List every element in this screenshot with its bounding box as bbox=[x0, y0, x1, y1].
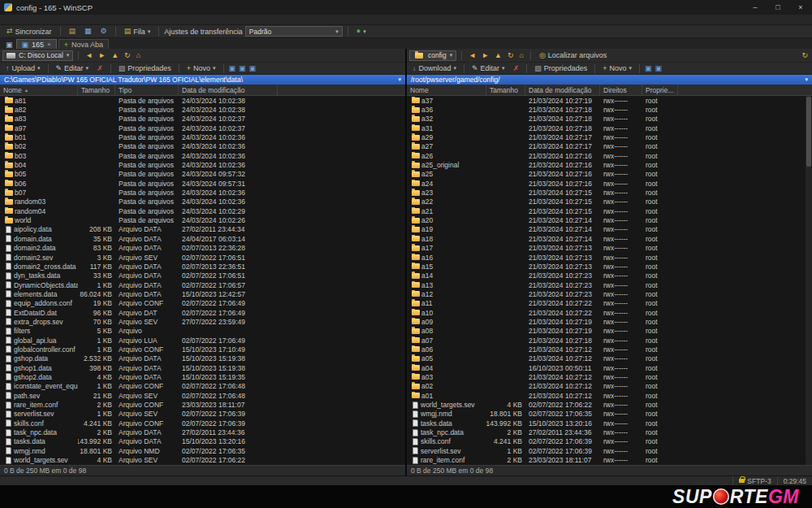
file-row[interactable]: filters 5 KB Arquivo bbox=[0, 327, 405, 336]
forward-icon[interactable]: ► bbox=[480, 51, 490, 59]
tab-165[interactable]: ▣ 165 × bbox=[16, 39, 57, 49]
file-row[interactable]: ExtDataID.dat 96 KB Arquivo DAT 02/07/20… bbox=[0, 308, 405, 317]
transfer-settings-dropdown[interactable]: Padrão ▾ bbox=[245, 26, 343, 37]
file-row[interactable]: a10 21/03/2024 10:27:22 rwx------ root bbox=[407, 308, 812, 317]
file-row[interactable]: a26 21/03/2024 10:27:16 rwx------ root bbox=[407, 151, 812, 160]
file-row[interactable]: serverlist.sev 1 KB 02/07/2022 17:06:39 … bbox=[407, 446, 812, 455]
vertical-scrollbar[interactable] bbox=[806, 96, 812, 465]
file-row[interactable]: a07 21/03/2024 10:27:18 rwx------ root bbox=[407, 336, 812, 345]
file-row[interactable]: random03 Pasta de arquivos 24/03/2024 10… bbox=[0, 198, 405, 206]
file-row[interactable]: a82 Pasta de arquivos 24/03/2024 10:02:3… bbox=[0, 105, 405, 114]
file-row[interactable]: a23 21/03/2024 10:27:15 rwx------ root bbox=[407, 188, 812, 197]
file-row[interactable]: a05 21/03/2024 10:27:12 rwx------ root bbox=[407, 354, 812, 363]
local-path-bar[interactable]: C:\Games\PDiablo\PW 165 OFICIAL Tradutor… bbox=[0, 75, 405, 85]
column-header-date[interactable]: Data de modificação bbox=[525, 85, 600, 95]
download-button[interactable]: ↓ Download ▾ bbox=[409, 63, 460, 74]
new-button[interactable]: + Novo ▾ bbox=[184, 63, 219, 74]
file-row[interactable]: a21 21/03/2024 10:27:15 rwx------ root bbox=[407, 206, 812, 215]
file-row[interactable]: a22 21/03/2024 10:27:15 rwx------ root bbox=[407, 198, 812, 206]
file-row[interactable]: gshop2.data 4 KB Arquivo DATA 15/10/2023… bbox=[0, 372, 405, 381]
forward-icon[interactable]: ► bbox=[97, 51, 107, 59]
edit-button[interactable]: ✎ Editar ▾ bbox=[469, 63, 508, 74]
preferences-button[interactable]: ⚙ bbox=[97, 26, 110, 37]
remote-dir-selector[interactable]: config ▾ bbox=[409, 50, 456, 61]
file-row[interactable]: a14 21/03/2024 10:27:23 rwx------ root bbox=[407, 271, 812, 280]
file-row[interactable]: b06 Pasta de arquivos 24/03/2024 09:57:3… bbox=[0, 179, 405, 188]
file-row[interactable]: a83 Pasta de arquivos 24/03/2024 10:02:3… bbox=[0, 115, 405, 124]
delete-button[interactable]: ✗ bbox=[93, 63, 106, 74]
path-menu-icon[interactable]: ▾ bbox=[805, 76, 808, 83]
file-row[interactable]: a81 Pasta de arquivos 24/03/2024 10:02:3… bbox=[0, 96, 405, 105]
file-row[interactable]: gshop.data 2.532 KB Arquivo DATA 15/10/2… bbox=[0, 354, 405, 363]
sync-browsing-icon[interactable]: ↻ bbox=[800, 51, 810, 59]
file-row[interactable]: iconstate_event_equi... 1 KB Arquivo CON… bbox=[0, 382, 405, 391]
file-row[interactable]: domain.data 35 KB Arquivo DATA 24/04/201… bbox=[0, 234, 405, 243]
back-icon[interactable]: ◄ bbox=[467, 51, 477, 59]
file-row[interactable]: a27 21/03/2024 10:27:17 rwx------ root bbox=[407, 142, 812, 151]
remote-path-bar[interactable]: /root/pwserver/gamed/config/ ▾ bbox=[407, 75, 812, 85]
connection-status-button[interactable]: ● ▾ bbox=[353, 26, 369, 37]
file-row[interactable]: a25_original 21/03/2024 10:27:16 rwx----… bbox=[407, 160, 812, 169]
file-row[interactable]: random04 Pasta de arquivos 24/03/2024 10… bbox=[0, 206, 405, 215]
refresh-icon[interactable]: ↻ bbox=[506, 51, 516, 59]
file-row[interactable]: DynamicObjects.data 1 KB Arquivo DATA 02… bbox=[0, 280, 405, 289]
file-row[interactable]: dyn_tasks.data 33 KB Arquivo DATA 02/07/… bbox=[0, 271, 405, 280]
file-row[interactable]: a17 21/03/2024 10:27:13 rwx------ root bbox=[407, 244, 812, 253]
file-row[interactable]: a01 21/03/2024 10:27:12 rwx------ root bbox=[407, 391, 812, 400]
file-row[interactable]: a12 21/03/2024 10:27:23 rwx------ root bbox=[407, 289, 812, 298]
drive-selector[interactable]: C: Disco Local ▾ bbox=[2, 50, 73, 61]
file-row[interactable]: a04 16/10/2023 00:50:11 rwx------ root bbox=[407, 363, 812, 372]
file-row[interactable]: skills.conf 4.241 KB 02/07/2022 17:06:39… bbox=[407, 437, 812, 446]
column-header-name[interactable]: Nome ▲ bbox=[0, 85, 78, 95]
file-row[interactable]: a11 21/03/2024 10:27:22 rwx------ root bbox=[407, 299, 812, 308]
find-files-button[interactable]: ◎ Localizar arquivos bbox=[536, 50, 610, 61]
file-row[interactable]: a06 21/03/2024 10:27:12 rwx------ root bbox=[407, 345, 812, 354]
file-row[interactable]: skills.conf 4.241 KB Arquivo CONF 02/07/… bbox=[0, 419, 405, 428]
delete-button[interactable]: ✗ bbox=[510, 63, 523, 74]
file-row[interactable]: a16 21/03/2024 10:27:13 rwx------ root bbox=[407, 253, 812, 262]
file-row[interactable]: rare_item.conf 2 KB Arquivo CONF 23/03/2… bbox=[0, 400, 405, 409]
column-header-date[interactable]: Data de modificação bbox=[179, 85, 278, 95]
file-row[interactable]: a24 21/03/2024 10:27:16 rwx------ root bbox=[407, 179, 812, 188]
refresh-icon[interactable]: ↻ bbox=[123, 51, 132, 59]
tab-close-icon[interactable]: × bbox=[47, 41, 51, 48]
home-icon[interactable]: ⌂ bbox=[135, 51, 142, 59]
file-row[interactable]: world Pasta de arquivos 24/03/2024 10:02… bbox=[0, 215, 405, 224]
file-row[interactable]: a20 21/03/2024 10:27:14 rwx------ root bbox=[407, 215, 812, 224]
file-row[interactable]: domain2_cross.data 117 KB Arquivo DATA 0… bbox=[0, 262, 405, 271]
home-icon[interactable]: ⌂ bbox=[518, 51, 525, 59]
select-toggle-icon[interactable]: ▣ bbox=[228, 64, 237, 72]
file-row[interactable]: tasks.data 143.992 KB 15/10/2023 13:20:1… bbox=[407, 419, 812, 428]
file-row[interactable]: a15 21/03/2024 10:27:13 rwx------ root bbox=[407, 262, 812, 271]
back-icon[interactable]: ◄ bbox=[84, 51, 94, 59]
file-row[interactable]: a19 21/03/2024 10:27:14 rwx------ root bbox=[407, 225, 812, 234]
file-row[interactable]: domain2.sev 3 KB Arquivo SEV 02/07/2022 … bbox=[0, 253, 405, 262]
file-row[interactable]: a18 21/03/2024 10:27:14 rwx------ root bbox=[407, 234, 812, 243]
file-row[interactable]: b05 Pasta de arquivos 24/03/2024 09:57:3… bbox=[0, 170, 405, 179]
file-row[interactable]: task_npc.data 2 KB Arquivo DATA 27/02/20… bbox=[0, 428, 405, 436]
file-row[interactable]: a25 21/03/2024 10:27:16 rwx------ root bbox=[407, 170, 812, 179]
file-row[interactable]: serverlist.sev 1 KB Arquivo SEV 02/07/20… bbox=[0, 410, 405, 419]
new-button[interactable]: + Novo ▾ bbox=[599, 63, 635, 74]
upload-button[interactable]: ↑ Upload ▾ bbox=[2, 63, 44, 74]
file-row[interactable]: a09 21/03/2024 10:27:19 rwx------ root bbox=[407, 317, 812, 326]
file-row[interactable]: rare_item.conf 2 KB 23/03/2023 18:11:07 … bbox=[407, 455, 812, 464]
select-toggle-icon[interactable]: ▣ bbox=[644, 64, 653, 72]
file-row[interactable]: a37 21/03/2024 10:27:19 rwx------ root bbox=[407, 96, 812, 105]
column-header-rights[interactable]: Direitos bbox=[600, 85, 642, 95]
panel-layout-button[interactable]: ▦ bbox=[81, 26, 95, 37]
maximize-button[interactable]: □ bbox=[767, 0, 789, 15]
file-row[interactable]: a13 21/03/2024 10:27:23 rwx------ root bbox=[407, 280, 812, 289]
file-row[interactable]: b02 Pasta de arquivos 24/03/2024 10:02:3… bbox=[0, 142, 405, 151]
file-row[interactable]: b03 Pasta de arquivos 24/03/2024 10:02:3… bbox=[0, 151, 405, 160]
file-row[interactable]: task_npc.data 2 KB 27/02/2011 23:44:36 r… bbox=[407, 428, 812, 436]
file-row[interactable]: domain2.data 83 KB Arquivo DATA 02/07/20… bbox=[0, 244, 405, 253]
tab-new[interactable]: + Nova Aba bbox=[58, 39, 109, 49]
file-row[interactable]: a03 21/03/2024 10:27:12 rwx------ root bbox=[407, 372, 812, 381]
column-header-size[interactable]: Tamanho bbox=[486, 85, 525, 95]
file-row[interactable]: elements.data 86.024 KB Arquivo DATA 15/… bbox=[0, 289, 405, 298]
file-row[interactable]: a08 21/03/2024 10:27:19 rwx------ root bbox=[407, 327, 812, 336]
file-row[interactable]: globalcontroller.conf 1 KB Arquivo CONF … bbox=[0, 345, 405, 354]
column-header-name[interactable]: Nome bbox=[407, 85, 486, 95]
edit-button[interactable]: ✎ Editar ▾ bbox=[53, 63, 93, 74]
